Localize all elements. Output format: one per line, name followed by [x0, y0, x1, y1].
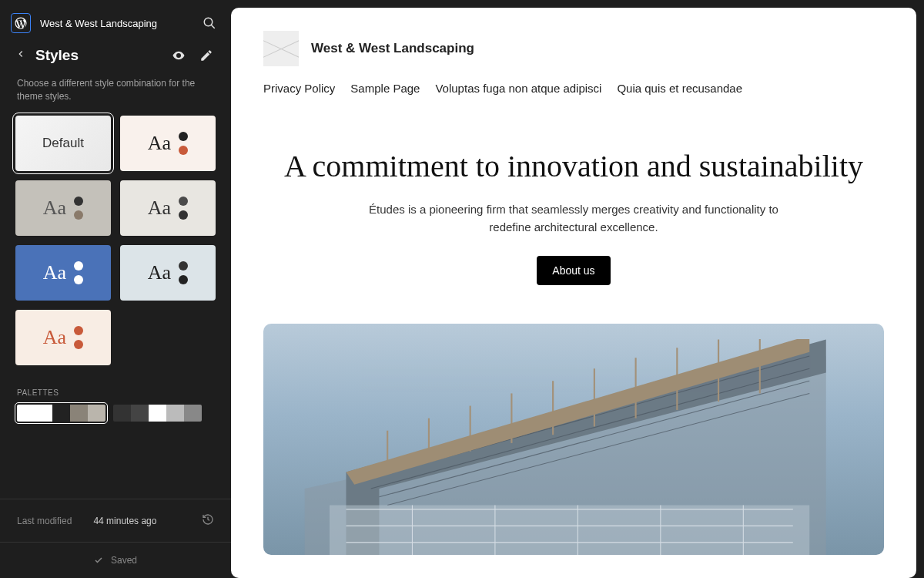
svg-point-0 [204, 18, 213, 26]
check-icon [94, 556, 103, 565]
last-modified-row[interactable]: Last modified 44 minutes ago [0, 499, 231, 542]
palettes-label: PALETTES [17, 388, 214, 397]
style-book-button[interactable] [169, 46, 188, 65]
palettes-section: PALETTES [0, 365, 231, 429]
editor-canvas: West & West Landscaping Privacy Policy S… [231, 0, 924, 578]
hero-section: A commitment to innovation and sustainab… [231, 113, 916, 308]
site-title[interactable]: West & West Landscaping [40, 18, 189, 29]
revisions-button[interactable] [202, 513, 214, 528]
edit-styles-button[interactable] [197, 46, 216, 65]
nav-link[interactable]: Voluptas fuga non atque adipisci [435, 82, 601, 95]
style-variation[interactable]: Aa [15, 245, 111, 301]
pencil-icon [199, 49, 213, 62]
nav-link[interactable]: Sample Page [350, 82, 420, 95]
palettes-row [17, 405, 214, 422]
saved-status: Saved [0, 542, 231, 578]
style-variation[interactable]: Aa [120, 116, 216, 171]
site-header: West & West Landscaping [231, 8, 916, 82]
nav-link[interactable]: Quia quis et recusandae [617, 82, 742, 95]
search-button[interactable] [199, 12, 220, 34]
panel-title: Styles [35, 47, 160, 64]
back-button[interactable] [15, 49, 26, 62]
chevron-left-icon [15, 49, 26, 59]
style-variation[interactable]: Aa [15, 180, 111, 236]
editor-sidebar: West & West Landscaping Styles Choose a … [0, 0, 231, 578]
last-modified-label: Last modified [17, 516, 72, 526]
hero-body[interactable]: Études is a pioneering firm that seamles… [366, 201, 782, 236]
eye-icon [172, 49, 186, 62]
svg-rect-19 [330, 506, 809, 555]
style-variation[interactable]: Aa [15, 310, 111, 365]
site-preview[interactable]: West & West Landscaping Privacy Policy S… [231, 8, 916, 578]
palette-option[interactable] [17, 405, 105, 422]
style-variation[interactable]: Aa [120, 245, 216, 301]
hero-image[interactable] [263, 324, 884, 555]
site-logo-placeholder[interactable] [263, 31, 299, 66]
search-icon [203, 16, 216, 30]
cta-button[interactable]: About us [537, 256, 610, 285]
site-brand[interactable]: West & West Landscaping [311, 41, 474, 56]
style-variations-grid: Default Aa Aa Aa Aa Aa Aa [0, 116, 231, 365]
svg-line-1 [211, 25, 215, 29]
sidebar-topbar: West & West Landscaping [0, 0, 231, 46]
style-variation-default[interactable]: Default [15, 116, 111, 171]
nav-link[interactable]: Privacy Policy [263, 82, 335, 95]
style-variation[interactable]: Aa [120, 180, 216, 236]
last-modified-value: 44 minutes ago [93, 516, 202, 526]
site-nav: Privacy Policy Sample Page Voluptas fuga… [231, 82, 916, 113]
history-icon [202, 513, 214, 526]
wordpress-logo[interactable] [11, 13, 31, 33]
panel-header: Styles [0, 46, 231, 74]
panel-description: Choose a different style combination for… [0, 74, 231, 116]
palette-option[interactable] [113, 405, 202, 422]
hero-heading[interactable]: A commitment to innovation and sustainab… [263, 147, 884, 186]
